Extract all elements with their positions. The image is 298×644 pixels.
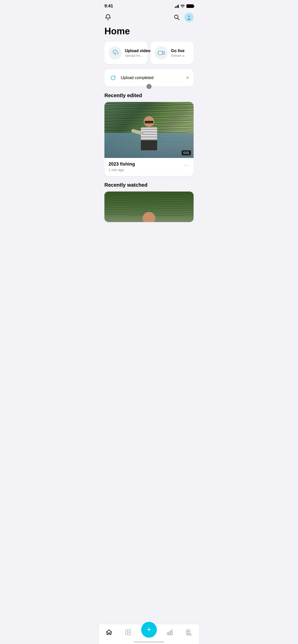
status-icons	[175, 4, 194, 8]
upload-video-title: Upload video	[125, 49, 143, 53]
top-nav-right	[173, 13, 194, 22]
video-meta: 1 min ago	[109, 168, 135, 172]
upload-video-card[interactable]: Upload video Upload from your device	[104, 42, 147, 64]
wifi-icon	[180, 4, 185, 8]
notification-refresh-icon	[109, 73, 118, 82]
cloud-upload-icon	[111, 49, 119, 57]
battery-icon	[186, 4, 194, 8]
svg-point-5	[188, 17, 189, 17]
signal-icon	[175, 4, 179, 8]
upload-video-icon-bg	[109, 46, 122, 60]
page-title: Home	[99, 25, 199, 42]
notification-banner: Upload completed ✕	[104, 69, 194, 86]
svg-line-1	[178, 18, 180, 20]
recently-watched-thumbnail	[104, 192, 194, 222]
video-thumbnail: 0:01	[104, 102, 194, 158]
recently-watched-title: Recently watched	[99, 182, 199, 192]
status-bar: 9:41	[99, 0, 199, 11]
bell-icon[interactable]	[104, 14, 112, 21]
avatar[interactable]	[184, 13, 194, 22]
upload-video-text: Upload video Upload from your device	[125, 49, 143, 57]
go-live-card[interactable]: Go live Stream a	[151, 42, 194, 64]
go-live-icon-bg	[155, 46, 168, 60]
recently-edited-title: Recently edited	[99, 93, 199, 102]
video-more-button[interactable]: ···	[184, 162, 189, 168]
video-title: 2023 fishing	[109, 162, 135, 167]
top-nav	[99, 11, 199, 25]
video-camera-icon	[157, 49, 165, 57]
video-info-text: 2023 fishing 1 min ago	[109, 162, 135, 172]
search-icon[interactable]	[173, 14, 180, 21]
notification-close-button[interactable]: ✕	[186, 75, 189, 81]
go-live-text: Go live Stream a	[171, 49, 184, 57]
video-info: 2023 fishing 1 min ago ···	[104, 158, 194, 176]
recently-watched-video-card[interactable]	[104, 192, 194, 222]
action-cards: Upload video Upload from your device Go …	[99, 42, 199, 69]
go-live-title: Go live	[171, 49, 184, 53]
notification-text: Upload completed	[121, 76, 183, 80]
video-duration-badge: 0:01	[182, 150, 191, 155]
scroll-dot	[146, 84, 152, 89]
status-time: 9:41	[104, 4, 113, 9]
svg-point-6	[189, 17, 190, 17]
svg-rect-8	[158, 51, 162, 55]
upload-video-subtitle: Upload from your device	[125, 54, 143, 57]
recently-edited-video-card[interactable]: 0:01 2023 fishing 1 min ago ···	[104, 102, 194, 176]
person-head	[144, 116, 154, 127]
go-live-subtitle: Stream a	[171, 54, 184, 57]
